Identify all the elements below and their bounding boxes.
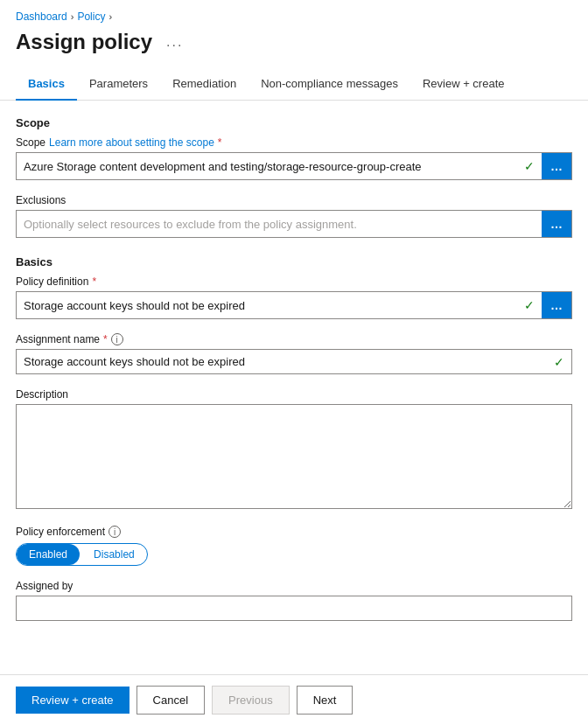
policy-enforcement-toggle: Enabled Disabled [16, 543, 148, 566]
policy-enforcement-field-group: Policy enforcement i Enabled Disabled [16, 526, 572, 566]
description-textarea[interactable] [16, 404, 572, 509]
exclusions-input-row: … [16, 210, 572, 238]
assignment-name-input[interactable] [17, 350, 547, 373]
assignment-name-required: * [103, 333, 108, 345]
description-label: Description [16, 388, 572, 401]
policy-definition-browse-button[interactable]: … [542, 292, 571, 318]
basics-section-title: Basics [16, 255, 572, 268]
tab-basics[interactable]: Basics [16, 68, 77, 101]
policy-enforcement-label: Policy enforcement i [16, 526, 572, 538]
scope-check-icon: ✓ [517, 159, 542, 173]
assigned-by-input[interactable] [16, 596, 572, 621]
scope-field-group: Scope Learn more about setting the scope… [16, 136, 572, 180]
scope-learn-more-link[interactable]: Learn more about setting the scope [49, 136, 214, 149]
next-button[interactable]: Next [297, 686, 354, 715]
policy-definition-label: Policy definition * [16, 275, 572, 288]
tabs-container: Basics Parameters Remediation Non-compli… [0, 68, 588, 101]
exclusions-browse-button[interactable]: … [542, 211, 571, 237]
exclusions-field-group: Exclusions … [16, 194, 572, 238]
cancel-button[interactable]: Cancel [136, 686, 205, 715]
scope-section-title: Scope [16, 116, 572, 129]
policy-enforcement-info-icon[interactable]: i [108, 526, 121, 538]
ellipsis-button[interactable]: ... [161, 32, 188, 52]
page-header: Assign policy ... [0, 26, 588, 68]
scope-input-row: ✓ … [16, 152, 572, 180]
tab-review-create[interactable]: Review + create [410, 68, 517, 101]
tab-parameters[interactable]: Parameters [77, 68, 160, 101]
assignment-name-label: Assignment name * i [16, 333, 572, 345]
policy-definition-input-row: ✓ … [16, 291, 572, 319]
tab-remediation[interactable]: Remediation [160, 68, 248, 101]
assigned-by-label: Assigned by [16, 580, 572, 592]
footer: Review + create Cancel Previous Next [0, 674, 588, 725]
policy-definition-input[interactable] [17, 294, 517, 317]
scope-required: * [218, 136, 222, 149]
toggle-disabled-button[interactable]: Disabled [81, 544, 147, 565]
scope-section: Scope Scope Learn more about setting the… [16, 116, 572, 238]
exclusions-label: Exclusions [16, 194, 572, 206]
breadcrumb-dashboard[interactable]: Dashboard [16, 10, 67, 23]
breadcrumb-policy[interactable]: Policy [77, 10, 105, 23]
breadcrumb: Dashboard › Policy › [0, 0, 588, 26]
page-title: Assign policy [16, 30, 152, 54]
description-field-group: Description [16, 388, 572, 512]
policy-definition-check-icon: ✓ [517, 298, 542, 312]
toggle-enabled-button[interactable]: Enabled [17, 544, 80, 565]
basics-section: Basics Policy definition * ✓ … Assignmen… [16, 255, 572, 621]
assignment-name-input-row: ✓ [16, 349, 572, 374]
breadcrumb-chevron-1: › [71, 11, 74, 22]
previous-button: Previous [212, 686, 290, 715]
assignment-name-check-icon: ✓ [547, 355, 571, 369]
exclusions-input[interactable] [17, 213, 542, 236]
review-create-button[interactable]: Review + create [16, 687, 130, 714]
policy-definition-required: * [92, 275, 96, 288]
assigned-by-field-group: Assigned by [16, 580, 572, 621]
main-content: Scope Scope Learn more about setting the… [0, 101, 588, 705]
assignment-name-info-icon[interactable]: i [111, 333, 123, 345]
assignment-name-field-group: Assignment name * i ✓ [16, 333, 572, 374]
scope-browse-button[interactable]: … [542, 153, 571, 179]
scope-label: Scope Learn more about setting the scope… [16, 136, 572, 149]
breadcrumb-chevron-2: › [108, 11, 112, 22]
policy-definition-field-group: Policy definition * ✓ … [16, 275, 572, 319]
scope-input[interactable] [17, 155, 517, 178]
tab-non-compliance[interactable]: Non-compliance messages [248, 68, 410, 101]
